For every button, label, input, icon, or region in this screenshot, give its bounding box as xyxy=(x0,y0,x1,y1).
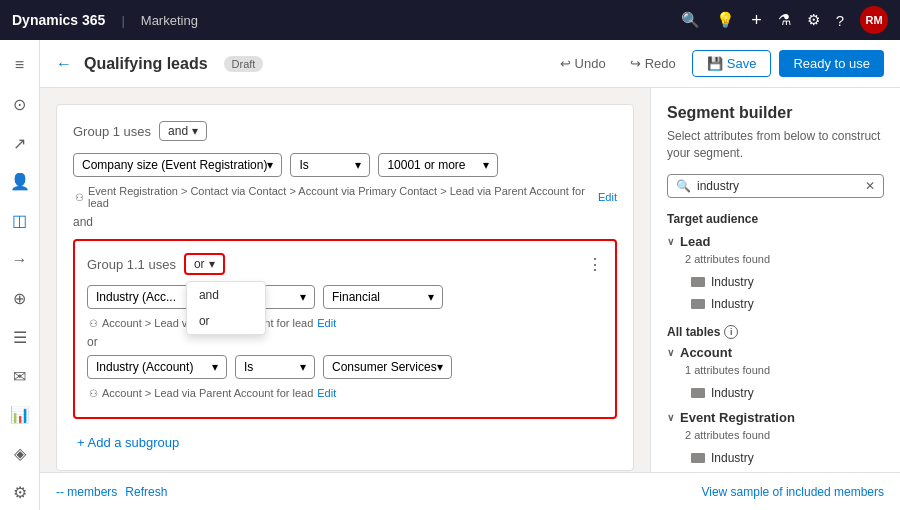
condition2-value[interactable]: Financial ▾ xyxy=(323,285,443,309)
redo-icon: ↪ xyxy=(630,56,641,71)
search-icon[interactable]: 🔍 xyxy=(681,11,700,29)
sidebar-contacts[interactable]: 👤 xyxy=(2,164,38,199)
sidebar-settings[interactable]: ⚙ xyxy=(2,475,38,510)
bottom-bar: -- members Refresh View sample of includ… xyxy=(40,472,900,510)
ready-to-use-button[interactable]: Ready to use xyxy=(779,50,884,77)
main-content: ← Qualifying leads Draft ↩ Undo ↪ Redo 💾… xyxy=(40,40,900,510)
chevron-down-icon: ▾ xyxy=(212,360,218,374)
event-attr1[interactable]: Industry xyxy=(667,447,884,469)
search-input[interactable] xyxy=(697,179,859,193)
avatar[interactable]: RM xyxy=(860,6,888,34)
or-label: or xyxy=(87,335,603,349)
dropdown-or-option[interactable]: or xyxy=(187,308,265,334)
dropdown-and-option[interactable]: and xyxy=(187,282,265,308)
sidebar-hamburger[interactable]: ≡ xyxy=(2,48,38,83)
chevron-down-icon: ▾ xyxy=(267,158,273,172)
refresh-button[interactable]: Refresh xyxy=(125,485,167,499)
event-section-meta: 2 attributes found xyxy=(685,429,884,441)
lead-attr2[interactable]: Industry xyxy=(667,293,884,315)
right-panel: Segment builder Select attributes from b… xyxy=(650,88,900,472)
sidebar-recent[interactable]: ↗ xyxy=(2,126,38,161)
path-icon: ⚇ xyxy=(89,388,98,399)
condition1-edit-link[interactable]: Edit xyxy=(598,191,617,203)
sidebar-events[interactable]: ◈ xyxy=(2,436,38,471)
group1-header: Group 1 uses and ▾ xyxy=(73,121,617,141)
sidebar-journeys[interactable]: → xyxy=(2,242,38,277)
group1-label: Group 1 uses xyxy=(73,124,151,139)
account-attr1[interactable]: Industry xyxy=(667,382,884,404)
condition2-path: ⚇ Account > Lead via Parent Account for … xyxy=(89,317,603,329)
settings-icon[interactable]: ⚙ xyxy=(807,11,820,29)
lead-attr1[interactable]: Industry xyxy=(667,271,884,293)
group1-card: Group 1 uses and ▾ Company size (Event R… xyxy=(56,104,634,471)
lead-section-meta: 2 attributes found xyxy=(685,253,884,265)
sidebar-list[interactable]: ☰ xyxy=(2,320,38,355)
account-section-title[interactable]: ∨ Account xyxy=(667,345,884,360)
back-button[interactable]: ← xyxy=(56,55,72,73)
condition3-value[interactable]: Consumer Services ▾ xyxy=(323,355,452,379)
condition1-operator[interactable]: Is ▾ xyxy=(290,153,370,177)
sidebar-home[interactable]: ⊙ xyxy=(2,87,38,122)
nav-divider: | xyxy=(121,13,124,28)
event-section-title[interactable]: ∨ Event Registration xyxy=(667,410,884,425)
all-tables-label: All tables i xyxy=(667,325,884,339)
condition2-edit-link[interactable]: Edit xyxy=(317,317,336,329)
group1-operator-dropdown[interactable]: and ▾ xyxy=(159,121,207,141)
save-button[interactable]: 💾 Save xyxy=(692,50,772,77)
panel-title: Segment builder xyxy=(667,104,884,122)
condition1-path: ⚇ Event Registration > Contact via Conta… xyxy=(75,185,617,209)
sidebar-analytics[interactable]: 📊 xyxy=(2,397,38,432)
app-module: Marketing xyxy=(141,13,198,28)
nav-icons: 🔍 💡 + ⚗ ⚙ ? RM xyxy=(681,6,888,34)
app-layout: ≡ ⊙ ↗ 👤 ◫ → ⊕ ☰ ✉ 📊 ◈ ⚙ ← Qualifying lea… xyxy=(0,40,900,510)
and-label: and xyxy=(73,215,617,229)
members-label: -- members xyxy=(56,485,117,499)
chevron-down-icon: ▾ xyxy=(437,360,443,374)
path-icon: ⚇ xyxy=(89,318,98,329)
draft-badge: Draft xyxy=(224,56,264,72)
add-subgroup-button[interactable]: + Add a subgroup xyxy=(73,431,617,454)
toolbar: ← Qualifying leads Draft ↩ Undo ↪ Redo 💾… xyxy=(40,40,900,88)
sample-members-link[interactable]: View sample of included members xyxy=(701,485,884,499)
chevron-down-icon: ▾ xyxy=(355,158,361,172)
lightbulb-icon[interactable]: 💡 xyxy=(716,11,735,29)
search-box: 🔍 ✕ xyxy=(667,174,884,198)
path-icon: ⚇ xyxy=(75,192,84,203)
chevron-down-icon: ▾ xyxy=(192,124,198,138)
chevron-down-icon: ∨ xyxy=(667,412,674,423)
chevron-down-icon: ∨ xyxy=(667,347,674,358)
sidebar-leads[interactable]: ⊕ xyxy=(2,281,38,316)
page-title: Qualifying leads xyxy=(84,55,208,73)
subgroup-operator-dropdown[interactable]: or ▾ and or xyxy=(184,253,225,275)
filter-icon[interactable]: ⚗ xyxy=(778,11,791,29)
add-icon[interactable]: + xyxy=(751,10,762,31)
operator-dropdown-menu: and or xyxy=(186,281,266,335)
chevron-down-icon: ▾ xyxy=(209,257,215,271)
sidebar-email[interactable]: ✉ xyxy=(2,359,38,394)
condition3-row: Industry (Account) ▾ Is ▾ Consumer Servi… xyxy=(87,355,603,379)
condition2-row: Industry (Acc... ▾ Is ▾ Financial ▾ xyxy=(87,285,603,309)
sidebar-segments[interactable]: ◫ xyxy=(2,203,38,238)
condition3-operator[interactable]: Is ▾ xyxy=(235,355,315,379)
chevron-down-icon: ▾ xyxy=(300,360,306,374)
chevron-down-icon: ▾ xyxy=(428,290,434,304)
condition1-field[interactable]: Company size (Event Registration) ▾ xyxy=(73,153,282,177)
subgroup1-card: Group 1.1 uses or ▾ and or ⋮ xyxy=(73,239,617,419)
clear-icon[interactable]: ✕ xyxy=(865,179,875,193)
app-title: Dynamics 365 xyxy=(12,12,105,28)
subgroup-more-button[interactable]: ⋮ xyxy=(587,255,603,274)
sidebar: ≡ ⊙ ↗ 👤 ◫ → ⊕ ☰ ✉ 📊 ◈ ⚙ xyxy=(0,40,40,510)
undo-button[interactable]: ↩ Undo xyxy=(552,52,614,75)
condition3-field[interactable]: Industry (Account) ▾ xyxy=(87,355,227,379)
condition1-value[interactable]: 10001 or more ▾ xyxy=(378,153,498,177)
search-icon: 🔍 xyxy=(676,179,691,193)
lead-section-title[interactable]: ∨ Lead xyxy=(667,234,884,249)
attr-icon xyxy=(691,299,705,309)
redo-button[interactable]: ↪ Redo xyxy=(622,52,684,75)
info-icon[interactable]: i xyxy=(724,325,738,339)
condition3-edit-link[interactable]: Edit xyxy=(317,387,336,399)
canvas-area: Group 1 uses and ▾ Company size (Event R… xyxy=(40,88,900,472)
top-nav: Dynamics 365 | Marketing 🔍 💡 + ⚗ ⚙ ? RM xyxy=(0,0,900,40)
help-icon[interactable]: ? xyxy=(836,12,844,29)
undo-icon: ↩ xyxy=(560,56,571,71)
